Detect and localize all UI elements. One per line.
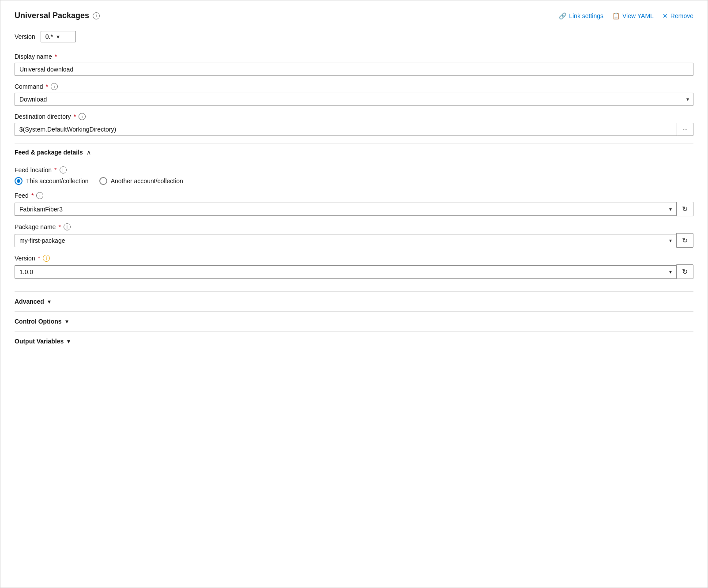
feed-location-required: * bbox=[54, 166, 56, 173]
version-label: Version bbox=[15, 33, 35, 40]
main-container: Universal Packages i 🔗 Link settings 📋 V… bbox=[0, 0, 708, 588]
feed-select[interactable]: FabrikamFiber3 bbox=[15, 203, 676, 216]
feed-package-chevron-icon: ∧ bbox=[87, 149, 91, 156]
package-name-required: * bbox=[58, 223, 60, 230]
version-info-icon[interactable]: i bbox=[43, 255, 50, 262]
destination-row: ··· bbox=[15, 123, 693, 136]
feed-required: * bbox=[31, 192, 34, 199]
version-refresh-button[interactable]: ↻ bbox=[676, 264, 693, 279]
version-field: Version * i 1.0.0 ▾ ↻ bbox=[15, 255, 693, 279]
link-settings-label: Link settings bbox=[569, 12, 603, 19]
feed-field: Feed * i FabrikamFiber3 ▾ ↻ bbox=[15, 192, 693, 216]
command-info-icon[interactable]: i bbox=[51, 83, 58, 90]
command-field: Command * i Download Publish ▾ bbox=[15, 83, 693, 106]
radio-this-label: This account/collection bbox=[26, 177, 89, 185]
radio-this-account[interactable]: This account/collection bbox=[15, 177, 89, 185]
output-variables-label: Output Variables bbox=[15, 338, 64, 345]
version-required: * bbox=[38, 255, 40, 262]
control-options-chevron-icon: ▾ bbox=[65, 318, 68, 325]
title-info-icon[interactable]: i bbox=[93, 12, 100, 19]
feed-select-row: FabrikamFiber3 ▾ ↻ bbox=[15, 202, 693, 216]
version-value: 0.* bbox=[45, 33, 53, 40]
version-select[interactable]: 0.* ▾ bbox=[41, 31, 76, 42]
yaml-icon: 📋 bbox=[612, 12, 620, 19]
radio-this-inner bbox=[17, 179, 20, 183]
command-select[interactable]: Download Publish bbox=[15, 93, 693, 106]
command-label: Command * i bbox=[15, 83, 693, 90]
package-name-label: Package name * i bbox=[15, 223, 693, 230]
output-variables-chevron-icon: ▾ bbox=[67, 338, 70, 345]
destination-info-icon[interactable]: i bbox=[79, 113, 86, 120]
package-name-info-icon[interactable]: i bbox=[64, 223, 71, 230]
command-select-wrapper: Download Publish ▾ bbox=[15, 93, 693, 106]
radio-another-outer bbox=[99, 177, 107, 185]
version-select-wrapper: 1.0.0 ▾ bbox=[15, 265, 676, 279]
version-field-label: Version * i bbox=[15, 255, 693, 262]
feed-package-details-label: Feed & package details bbox=[15, 149, 83, 156]
radio-another-account[interactable]: Another account/collection bbox=[99, 177, 183, 185]
view-yaml-button[interactable]: 📋 View YAML bbox=[612, 12, 654, 19]
header-actions: 🔗 Link settings 📋 View YAML ✕ Remove bbox=[559, 12, 693, 19]
display-name-required: * bbox=[55, 53, 57, 60]
version-select-input[interactable]: 1.0.0 bbox=[15, 265, 676, 279]
page-title: Universal Packages bbox=[15, 11, 89, 20]
control-options-section[interactable]: Control Options ▾ bbox=[15, 311, 693, 331]
feed-label: Feed * i bbox=[15, 192, 693, 199]
destination-required: * bbox=[74, 113, 76, 120]
command-required: * bbox=[46, 83, 48, 90]
remove-icon: ✕ bbox=[663, 12, 668, 19]
advanced-chevron-icon: ▾ bbox=[48, 298, 51, 305]
feed-location-field: Feed location * i This account/collectio… bbox=[15, 166, 693, 185]
destination-input[interactable] bbox=[15, 123, 677, 136]
output-variables-section[interactable]: Output Variables ▾ bbox=[15, 331, 693, 351]
destination-directory-label: Destination directory * i bbox=[15, 113, 693, 120]
package-name-field: Package name * i my-first-package ▾ ↻ bbox=[15, 223, 693, 248]
view-yaml-label: View YAML bbox=[622, 12, 654, 19]
feed-location-radio-group: This account/collection Another account/… bbox=[15, 177, 693, 185]
radio-this-outer bbox=[15, 177, 23, 185]
advanced-label: Advanced bbox=[15, 298, 44, 305]
advanced-section[interactable]: Advanced ▾ bbox=[15, 291, 693, 311]
remove-label: Remove bbox=[670, 12, 693, 19]
version-select-row: 1.0.0 ▾ ↻ bbox=[15, 264, 693, 279]
display-name-input[interactable] bbox=[15, 63, 693, 76]
feed-location-label: Feed location * i bbox=[15, 166, 693, 173]
header-left: Universal Packages i bbox=[15, 11, 100, 20]
control-options-label: Control Options bbox=[15, 318, 62, 325]
remove-button[interactable]: ✕ Remove bbox=[663, 12, 693, 19]
version-chevron-icon: ▾ bbox=[56, 33, 60, 40]
display-name-label: Display name * bbox=[15, 53, 693, 60]
radio-another-label: Another account/collection bbox=[111, 177, 183, 185]
package-select-wrapper: my-first-package ▾ bbox=[15, 234, 676, 247]
header: Universal Packages i 🔗 Link settings 📋 V… bbox=[15, 11, 693, 20]
package-name-select[interactable]: my-first-package bbox=[15, 234, 676, 247]
feed-info-icon[interactable]: i bbox=[36, 192, 43, 199]
package-name-refresh-button[interactable]: ↻ bbox=[676, 233, 693, 248]
destination-ellipsis-button[interactable]: ··· bbox=[677, 123, 693, 136]
feed-refresh-button[interactable]: ↻ bbox=[676, 202, 693, 216]
feed-package-details-content: Feed location * i This account/collectio… bbox=[15, 161, 693, 291]
destination-directory-field: Destination directory * i ··· bbox=[15, 113, 693, 136]
version-row: Version 0.* ▾ bbox=[15, 31, 693, 42]
link-settings-button[interactable]: 🔗 Link settings bbox=[559, 12, 603, 19]
feed-select-wrapper: FabrikamFiber3 ▾ bbox=[15, 203, 676, 216]
feed-package-details-section[interactable]: Feed & package details ∧ bbox=[15, 143, 693, 161]
link-icon: 🔗 bbox=[559, 12, 566, 19]
display-name-field: Display name * bbox=[15, 53, 693, 76]
package-select-row: my-first-package ▾ ↻ bbox=[15, 233, 693, 248]
feed-location-info-icon[interactable]: i bbox=[60, 166, 67, 173]
